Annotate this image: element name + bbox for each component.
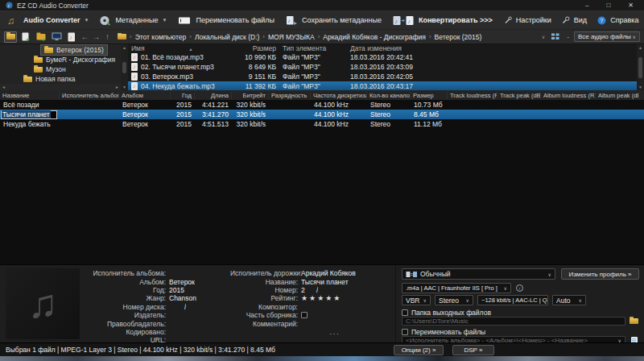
bitrate-dropdown[interactable]: ~128 kbit/s | AAC-LC | Q 4∨ (477, 295, 548, 305)
file-row[interactable]: ♪04. Некуда бежать.mp311 392 КБФайл "MP3… (128, 81, 637, 90)
metadata-value[interactable]: Chanson (169, 294, 196, 302)
dsp-button[interactable]: DSP » (452, 345, 494, 355)
scroll-left-icon[interactable]: ◄ (2, 85, 6, 89)
breadcrumb-dropdown-chevron[interactable]: ∨ (542, 34, 545, 39)
pattern-editor-button[interactable] (629, 336, 639, 342)
file-list-vertical-scrollbar[interactable]: ▲ ▼ (637, 44, 644, 90)
file-row[interactable]: ♪02. Тысячи планет.mp38 649 КБФайл "MP3"… (128, 62, 637, 72)
track-column-header[interactable]: Длина (195, 92, 232, 99)
breadcrumb-item[interactable]: МОЯ МУЗЫКА (268, 33, 315, 41)
channels-dropdown[interactable]: Stereo∨ (435, 295, 473, 305)
compilation-checkbox[interactable] (301, 312, 308, 318)
metadata-value[interactable]: 2 / (301, 286, 318, 294)
rating-stars[interactable]: ★★★★★ (301, 294, 341, 302)
computer-button[interactable] (50, 31, 63, 43)
view-button[interactable]: Вид (562, 16, 587, 24)
bitrate-mode-dropdown[interactable]: VBR∨ (402, 295, 431, 305)
info-icon[interactable]: i (516, 284, 523, 292)
album-art-placeholder[interactable]: ♫ (6, 268, 80, 339)
view-grid-button[interactable] (549, 31, 562, 43)
more-button[interactable]: ... (287, 328, 383, 336)
edit-profile-button[interactable]: Изменить профиль » (561, 268, 639, 280)
scrollbar-thumb[interactable] (638, 57, 642, 78)
add-folder-button[interactable]: + (35, 31, 47, 43)
metadata-value[interactable]: Ветерок (169, 278, 195, 286)
rename-pattern-input[interactable]: <Исполнитель альбома> - <Альбом>\<Номер>… (402, 336, 625, 342)
tree-item-inner: Новая папка (20, 74, 79, 84)
minimize-button[interactable]: – (585, 0, 588, 10)
options-button[interactable]: Опции (2) » (394, 345, 444, 355)
settings-button[interactable]: Настройки (504, 16, 551, 24)
output-path-input[interactable]: C:\Users\DTore\Music (402, 317, 625, 326)
track-column-header[interactable]: Название (0, 92, 60, 99)
track-column-header[interactable]: Размер (411, 92, 448, 99)
scroll-down-icon[interactable]: ▼ (638, 85, 642, 89)
metadata-value[interactable]: / (169, 303, 186, 311)
track-cell: 11.12 Мб (411, 120, 448, 128)
tree-item[interactable]: Ветерок (2015) (0, 45, 121, 55)
track-table-empty-area (0, 129, 644, 264)
breadcrumb-item[interactable]: Аркадий Кобяков - Дискография (323, 33, 426, 41)
track-row[interactable]: Всё позадиВетерок20154:41.221320 kbit/s4… (0, 100, 644, 110)
tree-item[interactable]: Новая папка (0, 74, 121, 84)
track-column-header[interactable]: Album peak (dBFS) (596, 92, 639, 99)
track-column-header[interactable]: Album loudness (R 128) (541, 92, 596, 99)
forward-button[interactable]: → (92, 32, 101, 41)
file-row[interactable]: ♪03. Ветерок.mp39 151 КБФайл "MP3"18.03.… (128, 72, 637, 81)
column-header-date[interactable]: Дата изменения (350, 44, 445, 52)
track-column-header[interactable]: Битрейт (232, 92, 269, 99)
save-metadata-button[interactable]: ♪ Сохранить метаданные (286, 15, 382, 26)
audio-converter-menu[interactable]: ♫ Audio Converter ▼ (7, 15, 89, 26)
track-row[interactable]: Некуда бежатьВетерок20154:51.513320 kbit… (0, 119, 644, 129)
browse-folder-button[interactable] (4, 31, 17, 43)
track-column-header[interactable]: Кол-во каналов (367, 92, 411, 99)
format-dropdown[interactable]: .m4a | AAC | Fraunhofer IIS [ Pro ] ∨ (402, 283, 511, 293)
back-button[interactable]: ← (80, 32, 89, 41)
profile-dropdown[interactable]: Обычный ∨ (402, 268, 555, 280)
track-column-header[interactable]: Исполнитель альбома (60, 92, 119, 99)
breadcrumb-item[interactable]: Локальный диск (D:) (195, 33, 259, 41)
tree-horizontal-scrollbar[interactable]: ◄ ► (0, 84, 121, 90)
add-folder-icon: + (36, 32, 47, 42)
metadata-value[interactable]: Тысячи планет (301, 278, 349, 286)
audio-file-button[interactable]: ♪ (65, 31, 78, 43)
metadata-value[interactable]: Аркадий Кобяков (301, 269, 356, 277)
tree-vertical-scrollbar[interactable]: ▲ ▼ (121, 44, 128, 90)
up-button[interactable]: ↑ (103, 32, 112, 41)
quality-dropdown[interactable]: Auto∨ (552, 295, 586, 305)
metadata-value[interactable]: 2015 (169, 286, 184, 294)
breadcrumb-item[interactable]: Ветерок (2015) (435, 33, 482, 41)
convert-button[interactable]: ♪♪ Конвертировать >>> (393, 15, 493, 26)
column-header-name[interactable]: Имя▲ (131, 44, 236, 52)
output-folder-checkbox[interactable] (402, 309, 408, 316)
browse-output-folder-button[interactable] (629, 317, 639, 326)
status-bar: Выбран 1 файл | MPEG-1 Layer 3 | Stereo … (0, 342, 644, 356)
scroll-down-icon[interactable]: ▼ (122, 85, 126, 89)
track-column-header[interactable]: Track loudness (R 128) (448, 92, 497, 99)
title-edit-input[interactable]: Тысячи планет (1, 110, 57, 119)
scroll-up-icon[interactable]: ▲ (638, 45, 642, 50)
track-column-header[interactable]: Альбом (119, 92, 171, 99)
add-files-button[interactable]: + (19, 31, 32, 43)
tree-item[interactable]: Музон (0, 64, 121, 74)
track-column-header[interactable]: Разрядность (269, 92, 311, 99)
track-row[interactable]: Тысячи планетВетерок20153:41.270320 kbit… (0, 110, 644, 119)
maximize-button[interactable]: □ (606, 0, 610, 10)
track-column-header[interactable]: Частота дискретизации (311, 92, 367, 99)
help-button[interactable]: ? Справка (597, 16, 638, 25)
file-row[interactable]: ♪01. Всё позади.mp310 990 КБФайл "MP3"18… (128, 52, 637, 62)
breadcrumb-item[interactable]: Этот компьютер (135, 33, 187, 41)
column-header-size[interactable]: Размер (236, 44, 283, 52)
rename-files-button[interactable]: Переименовать файлы (178, 16, 275, 25)
close-button[interactable]: ✕ (628, 0, 634, 10)
tree-item[interactable]: БумеR - Дискография (0, 55, 121, 64)
scroll-right-icon[interactable]: ► (115, 85, 119, 89)
scroll-up-icon[interactable]: ▲ (122, 45, 126, 50)
file-filter-dropdown[interactable]: Все аудио файлы ∨ (574, 31, 640, 42)
track-column-header[interactable]: Год (171, 92, 195, 99)
metadata-menu[interactable]: Метаданные ▼ (100, 15, 167, 26)
column-header-type[interactable]: Тип элемента (283, 44, 350, 52)
track-column-header[interactable]: Track peak (dBFS) (497, 92, 541, 99)
scrollbar-thumb[interactable] (122, 62, 126, 73)
rename-files-checkbox[interactable] (402, 329, 408, 335)
